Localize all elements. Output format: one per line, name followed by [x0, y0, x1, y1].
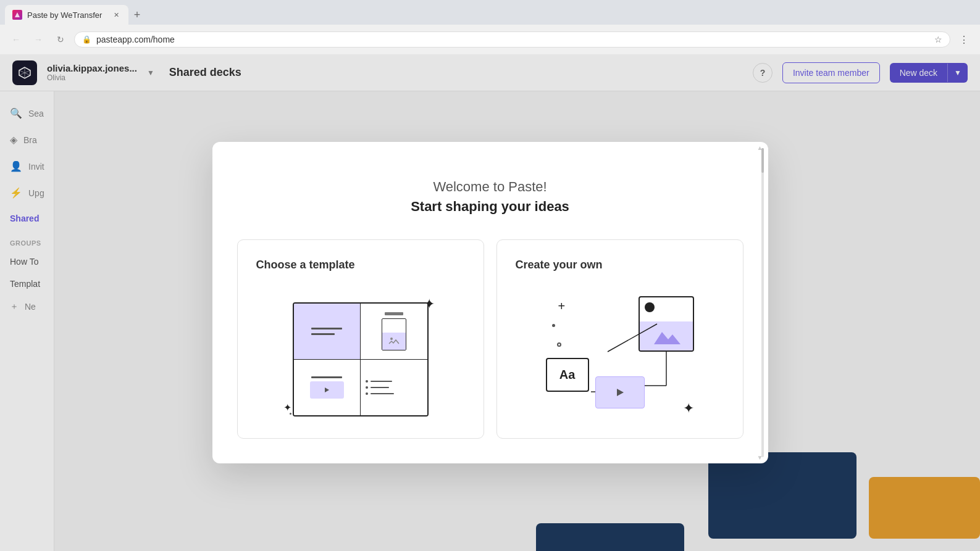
browser-chrome: Paste by WeTransfer ✕ + ← → ↻ 🔒 pasteapp… [0, 0, 980, 54]
welcome-modal: ▲ ▼ Welcome to Paste! Start shaping your… [212, 142, 768, 463]
refresh-button[interactable]: ↻ [52, 31, 69, 48]
list-dot-3 [366, 392, 368, 395]
grid-cell-1 [294, 304, 361, 360]
address-bar[interactable]: 🔒 pasteapp.com/home ☆ [74, 31, 950, 48]
svg-marker-6 [617, 389, 624, 396]
svg-line-3 [608, 324, 657, 352]
svg-marker-0 [15, 12, 20, 17]
scrollbar-thumb [761, 148, 764, 173]
cell-lines [304, 320, 350, 342]
list-row-2 [366, 386, 394, 389]
tab-favicon [12, 10, 22, 20]
grid-cell-2 [361, 304, 427, 360]
template-illustration: ✦ ✦ [280, 290, 441, 426]
back-button[interactable]: ← [7, 31, 25, 48]
cell-line-2 [311, 333, 335, 335]
list-dot-1 [366, 380, 368, 383]
modal-title-section: Welcome to Paste! Start shaping your ide… [237, 179, 743, 215]
cell-list [366, 380, 394, 395]
scrollbar-track [761, 148, 764, 457]
browser-menu-button[interactable]: ⋮ [955, 31, 973, 48]
play-card [595, 376, 645, 408]
modal-overlay[interactable]: ▲ ▼ Welcome to Paste! Start shaping your… [0, 54, 980, 551]
modal-scrollbar[interactable] [761, 148, 764, 457]
scroll-top-indicator: ▲ [757, 144, 763, 151]
lock-icon: 🔒 [82, 35, 91, 44]
create-own-card[interactable]: Create your own + ✦ [496, 239, 743, 439]
list-dot-2 [366, 386, 368, 389]
card1-title: Choose a template [256, 259, 355, 271]
list-line-1 [371, 381, 392, 382]
url-text: pasteapp.com/home [96, 35, 929, 44]
grid-cell-3 [294, 360, 361, 416]
sparkle-icon-2: ✦ [283, 402, 291, 413]
cell-image-frame [382, 318, 406, 350]
modal-subtitle: Start shaping your ideas [237, 199, 743, 215]
create-illustration: + ✦ [534, 290, 706, 426]
cell-play-btn [310, 381, 344, 399]
browser-toolbar: ← → ↻ 🔒 pasteapp.com/home ☆ ⋮ [0, 25, 980, 54]
cell-image-purple [382, 333, 406, 350]
browser-tab-bar: Paste by WeTransfer ✕ + [0, 0, 980, 25]
list-row-1 [366, 380, 394, 383]
forward-button[interactable]: → [30, 31, 47, 48]
new-tab-button[interactable]: + [128, 6, 146, 23]
text-type-card: Aa [546, 358, 589, 392]
modal-cards: Choose a template ✦ ✦ [237, 239, 743, 439]
scroll-bottom-indicator: ▼ [757, 454, 763, 461]
browser-tab[interactable]: Paste by WeTransfer ✕ [5, 5, 128, 25]
tab-title: Paste by WeTransfer [27, 10, 102, 20]
app-container: olivia.kippax.jones... Olivia ▼ Shared d… [0, 54, 980, 551]
svg-marker-2 [325, 387, 329, 392]
cell-line-top [385, 312, 403, 315]
cell-line-3 [311, 376, 342, 378]
template-grid [293, 302, 429, 416]
choose-template-card[interactable]: Choose a template ✦ ✦ [237, 239, 484, 439]
cell-line-1 [311, 328, 342, 329]
svg-point-1 [390, 338, 393, 340]
tab-close-btn[interactable]: ✕ [111, 10, 121, 20]
list-line-2 [371, 387, 389, 388]
bookmark-icon[interactable]: ☆ [934, 35, 942, 44]
list-line-3 [371, 393, 394, 394]
sparkle-dot [290, 413, 291, 415]
grid-cell-4 [361, 360, 427, 416]
modal-title: Welcome to Paste! [237, 179, 743, 195]
list-row-3 [366, 392, 394, 395]
card2-title: Create your own [516, 259, 603, 271]
